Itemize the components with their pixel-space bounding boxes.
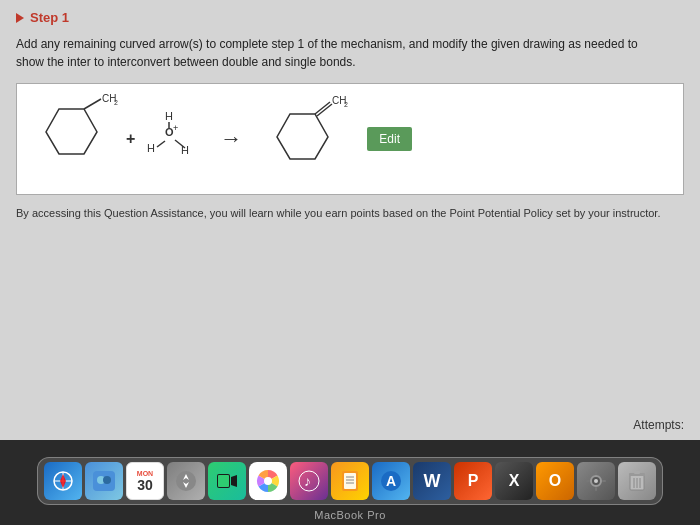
instruction-text: Add any remaining curved arrow(s) to com…: [16, 35, 656, 71]
dock-calendar[interactable]: MON 30: [126, 462, 164, 500]
dock-facetime[interactable]: [208, 462, 246, 500]
svg-text:H: H: [147, 142, 155, 154]
attempts-text: Attempts:: [16, 418, 684, 432]
reaction-area: CH 2 + O + H H: [29, 94, 671, 184]
dock-itunes[interactable]: ♪: [290, 462, 328, 500]
macbook-label: MacBook Pro: [314, 509, 386, 521]
svg-line-1: [84, 99, 101, 109]
svg-point-23: [103, 476, 111, 484]
o-label: O: [549, 472, 561, 490]
water-molecule: O + H H H: [137, 94, 202, 184]
svg-text:H: H: [165, 110, 173, 122]
main-content: Step 1 Add any remaining curved arrow(s)…: [0, 0, 700, 440]
reaction-arrow: →: [220, 126, 242, 152]
dock-o-app[interactable]: O: [536, 462, 574, 500]
svg-marker-20: [60, 474, 66, 488]
dock-w-app[interactable]: W: [413, 462, 451, 500]
reactant-1-molecule: CH 2: [29, 94, 124, 184]
svg-line-9: [157, 141, 165, 147]
screen: Step 1 Add any remaining curved arrow(s)…: [0, 0, 700, 525]
chemistry-box: CH 2 + O + H H: [16, 83, 684, 195]
svg-marker-29: [231, 475, 237, 487]
svg-rect-49: [634, 471, 640, 474]
svg-rect-43: [595, 471, 597, 475]
plus-sign: +: [126, 130, 135, 148]
svg-marker-0: [46, 109, 97, 154]
edit-button[interactable]: Edit: [367, 127, 412, 151]
svg-text:+: +: [173, 123, 178, 133]
x-label: X: [509, 472, 520, 490]
svg-rect-30: [218, 475, 229, 487]
dock-trash[interactable]: [618, 462, 656, 500]
dock-p-app[interactable]: P: [454, 462, 492, 500]
bottom-text: By accessing this Question Assistance, y…: [16, 205, 684, 222]
svg-text:♪: ♪: [304, 473, 311, 489]
dock-photos[interactable]: [249, 462, 287, 500]
svg-point-42: [594, 479, 598, 483]
svg-rect-44: [595, 487, 597, 491]
collapse-icon[interactable]: [16, 13, 24, 23]
svg-rect-35: [344, 473, 356, 489]
step-label: Step 1: [30, 10, 69, 25]
svg-rect-45: [586, 480, 590, 482]
dock-launchpad[interactable]: [167, 462, 205, 500]
dock-appstore[interactable]: A: [372, 462, 410, 500]
p-label: P: [468, 472, 479, 490]
svg-text:2: 2: [344, 101, 348, 108]
dock: MON 30: [37, 457, 663, 505]
dock-x-app[interactable]: X: [495, 462, 533, 500]
product-molecule: CH 2: [260, 94, 355, 184]
dock-container: MON 30: [0, 440, 700, 525]
dock-ibooks[interactable]: [331, 462, 369, 500]
svg-text:2: 2: [114, 99, 118, 106]
dock-sys-pref[interactable]: [577, 462, 615, 500]
dock-finder[interactable]: [85, 462, 123, 500]
dock-safari[interactable]: [44, 462, 82, 500]
svg-marker-12: [277, 114, 328, 159]
svg-point-31: [264, 477, 272, 485]
svg-rect-46: [602, 480, 606, 482]
svg-text:A: A: [386, 473, 396, 489]
w-label: W: [424, 471, 441, 492]
step-header: Step 1: [16, 10, 684, 25]
plus-water: +: [126, 130, 135, 148]
